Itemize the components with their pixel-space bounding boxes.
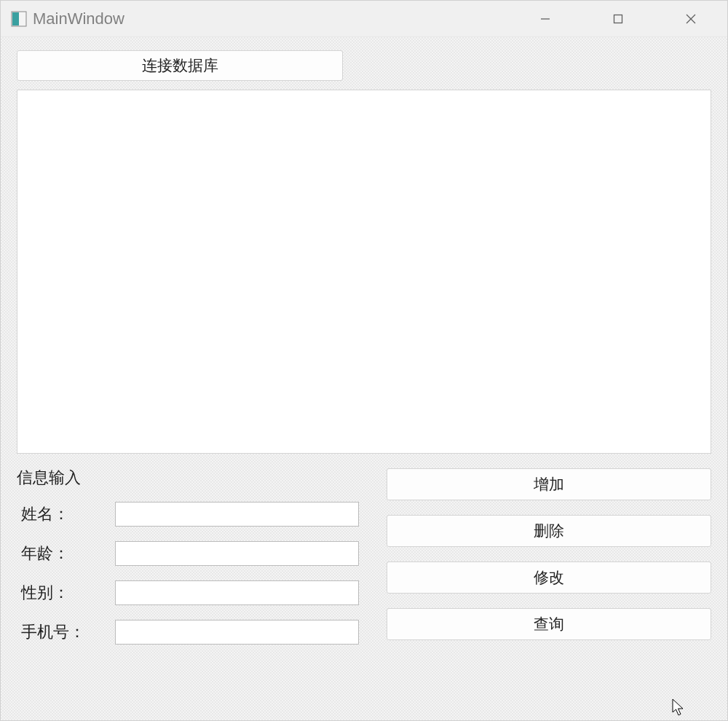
query-button[interactable]: 查询 xyxy=(387,608,711,640)
form-row-age: 年龄： xyxy=(17,541,359,566)
window-controls xyxy=(509,1,727,36)
svg-rect-2 xyxy=(19,12,25,25)
app-icon xyxy=(11,11,27,27)
phone-input[interactable] xyxy=(115,620,359,645)
data-view[interactable] xyxy=(17,90,711,454)
update-button[interactable]: 修改 xyxy=(387,562,711,594)
action-column: 增加 删除 修改 查询 xyxy=(387,467,711,659)
main-window: MainWindow 连接数据库 信息输入 姓名： xyxy=(0,0,728,721)
svg-rect-1 xyxy=(12,12,19,25)
titlebar: MainWindow xyxy=(1,1,727,37)
form-row-name: 姓名： xyxy=(17,502,359,527)
client-area: 连接数据库 信息输入 姓名： 年龄： 性别： 手机号： xyxy=(1,37,727,720)
svg-rect-4 xyxy=(614,15,622,23)
name-input[interactable] xyxy=(115,502,359,527)
form-row-gender: 性别： xyxy=(17,580,359,605)
gender-input[interactable] xyxy=(115,580,359,605)
bottom-section: 信息输入 姓名： 年龄： 性别： 手机号： xyxy=(17,467,711,659)
form-title: 信息输入 xyxy=(17,467,359,489)
cursor-icon xyxy=(672,698,685,720)
close-button[interactable] xyxy=(654,1,727,36)
phone-label: 手机号： xyxy=(17,621,115,643)
window-title: MainWindow xyxy=(33,9,124,28)
minimize-button[interactable] xyxy=(509,1,582,36)
gender-label: 性别： xyxy=(17,582,115,604)
add-button[interactable]: 增加 xyxy=(387,468,711,500)
form-column: 信息输入 姓名： 年龄： 性别： 手机号： xyxy=(17,467,359,659)
delete-button[interactable]: 删除 xyxy=(387,515,711,547)
age-input[interactable] xyxy=(115,541,359,566)
connect-db-button[interactable]: 连接数据库 xyxy=(17,50,343,81)
age-label: 年龄： xyxy=(17,543,115,564)
name-label: 姓名： xyxy=(17,503,115,525)
maximize-button[interactable] xyxy=(582,1,654,36)
form-row-phone: 手机号： xyxy=(17,620,359,645)
